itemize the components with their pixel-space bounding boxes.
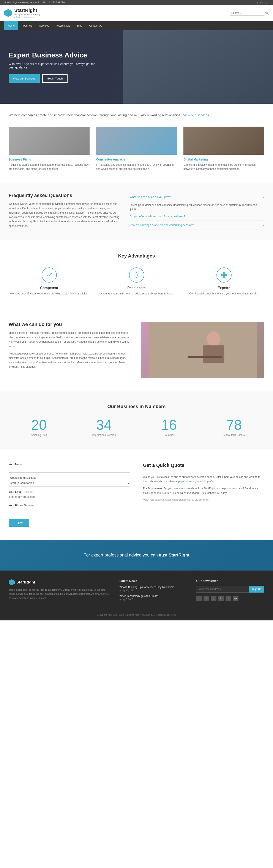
svg-rect-18 [187,356,222,359]
faq-title: Frequently asked Questions [9,193,121,198]
address: ☉ Washington Avenue, New York, USA [4,1,46,4]
hero-section: Expert Business Advice With over 15 year… [0,30,273,104]
social-youtube[interactable]: y [260,1,261,4]
number-countries: 16 Countries [139,418,199,437]
number-awards-label: International Awards [74,434,134,437]
phone-input[interactable] [9,507,130,514]
logo-email[interactable]: info@yoursite.com [14,16,34,18]
footer-news-link-2[interactable]: When Technology gets too Smart [120,594,188,597]
top-bar: ☉ Washington Avenue, New York, USA ✆ 123… [0,0,273,5]
nav-contact[interactable]: Contact Us [86,21,105,30]
footer-social-googleplus[interactable]: g+ [233,596,238,601]
what-we-do-section: What we can do for you Mauris ultrices e… [0,309,273,391]
number-staff-label: Amazing Staff [9,434,69,437]
discuss-select[interactable]: Startup Companies [9,479,130,487]
logo-tagline: A Digital Product Agency info@yoursite.c… [14,13,40,18]
faq-right: What kind of advice do you give? ⌄ Lorem… [130,193,264,229]
hero-title: Expert Business Advice [9,51,99,59]
number-clients: 78 Marvellous Clients [204,418,264,437]
what-we-do-para2: Pellentesque posuere congue pharetra. Ae… [9,351,132,369]
svg-point-11 [224,274,225,276]
header: StartRight A Digital Product Agency info… [0,5,273,21]
advantage-passionate: Passionate A young, enthusiastic team of… [96,268,177,296]
social-linkedin[interactable]: in [263,1,264,4]
faq-question-2: Do you offer a tailored plan for my busi… [130,215,185,218]
discuss-label: I would like to Discuss [9,476,36,479]
intro-text: We help companies create and improve the… [9,113,181,117]
nav-about[interactable]: About Us [18,21,36,30]
advantages-title: Key Advantages [9,253,264,259]
service-desc-2: In marketing and strategic management th… [96,163,177,171]
top-bar-social: f t y in g+ [255,1,269,4]
service-card-business-plans: Business Plans A business plan is a form… [9,127,90,171]
newsletter-input[interactable] [196,586,249,593]
svg-rect-17 [203,345,224,363]
contact-form: Your Name I would like to Discuss Startu… [9,463,130,527]
footer-social-twitter[interactable]: t [204,596,209,601]
submit-button[interactable]: Submit [9,519,29,527]
cta-brand: StartRight [169,553,190,557]
name-input[interactable] [9,466,130,473]
search-bar: 🔍 [230,10,269,16]
faq-item-3[interactable]: How do I arrange a one-on-one consulting… [130,221,264,229]
number-clients-value: 78 [204,418,264,432]
numbers-section: Our Business in Numbers 20 Amazing Staff… [0,391,273,450]
social-facebook[interactable]: f [255,1,255,4]
social-google[interactable]: g+ [266,1,269,4]
service-card-digital: Digital Marketing Marketing is a widely … [183,127,264,171]
newsletter-form: Sign Up [196,586,264,593]
footer-social-youtube[interactable]: y [226,596,231,601]
contact-section: Your Name I would like to Discuss Startu… [0,450,273,540]
email-input[interactable] [9,493,130,500]
search-input[interactable] [230,10,264,16]
footer-news-link-1[interactable]: Wealth Building Tips for Modern Day Mill… [120,586,188,589]
intro-link[interactable]: View our Services. [183,113,210,117]
faq-item-1[interactable]: What kind of advice do you give? ⌄ [130,193,264,202]
nav-home[interactable]: Home [4,21,18,30]
hero-content: Expert Business Advice With over 15 year… [9,51,99,83]
social-twitter[interactable]: t [257,1,258,4]
what-we-do-image [141,322,265,378]
intro-section: We help companies create and improve the… [0,104,273,124]
svg-line-8 [134,276,135,277]
service-title-2: Competitor Analysis [96,158,177,161]
nav-testimonials[interactable]: Testimonials [53,21,74,30]
what-we-do-para1: Mauris ultrices et lectus ac rhoncus. Pr… [9,331,132,348]
faq-item-2[interactable]: Do you offer a tailored plan for my busi… [130,212,264,221]
footer-newsletter: Our Newsletter Sign Up f t p in y g+ [196,579,264,603]
service-image-1 [9,127,90,155]
svg-line-5 [134,273,135,274]
svg-line-7 [138,273,139,274]
footer-social-linkedin[interactable]: in [218,596,224,601]
svg-point-16 [207,331,220,346]
number-clients-label: Marvellous Clients [204,434,264,437]
footer-social-facebook[interactable]: f [196,596,202,601]
svg-point-10 [223,274,226,277]
footer-news-item-1: Wealth Building Tips for Modern Day Mill… [120,586,188,592]
service-image-3 [183,127,264,155]
footer-bottom: Copyright Your Site Name. All rights res… [9,610,264,616]
services-section: Business Plans A business plan is a form… [0,124,273,182]
view-services-button[interactable]: View our Services [9,74,40,83]
newsletter-signup-button[interactable]: Sign Up [249,586,264,593]
email-link[interactable]: email us [182,480,192,483]
footer-social-pinterest[interactable]: p [211,596,216,601]
number-staff-value: 20 [9,418,69,432]
faq-question-3: How do I arrange a one-on-one consulting… [130,223,194,227]
nav-blog[interactable]: Blog [74,21,86,30]
advantage-desc-experts: Our financial specialists ensure you get… [183,292,264,296]
advantage-experts: Experts Our financial specialists ensure… [183,268,264,296]
phone: ✆ 123 567 890 [49,1,65,4]
hero-buttons: View our Services Get in Touch [9,74,99,83]
service-image-2 [96,127,177,155]
quote-title: Get a Quick Quote [143,463,265,468]
faq-left: Frequently asked Questions We have over … [9,193,121,229]
search-icon[interactable]: 🔍 [265,11,269,15]
get-in-touch-button[interactable]: Get in Touch [42,74,68,83]
advantage-title-experts: Experts [183,286,264,290]
footer-news-date-1: ● July 18, 2016 [120,589,134,592]
nav-services[interactable]: Services [36,21,53,30]
service-card-competitor: Competitor Analysis In marketing and str… [96,127,177,171]
service-title-1: Business Plans [9,158,90,161]
numbers-grid: 20 Amazing Staff 34 International Awards… [9,418,264,437]
